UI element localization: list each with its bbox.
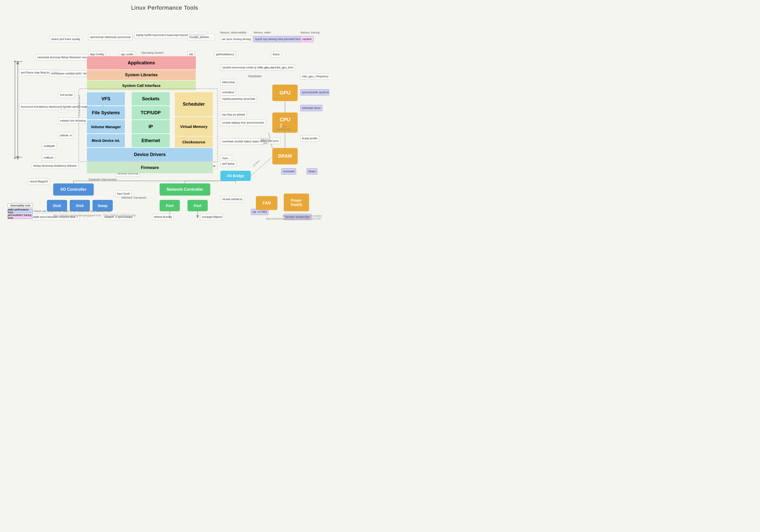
ltrace-note: ltrace	[271, 51, 281, 58]
vmstat-note: vmstat slabtop free /proc/meminfo	[220, 120, 266, 126]
ethernet-layer: Ethernet	[132, 134, 170, 147]
numastat-note: numastat	[281, 168, 296, 174]
various-tracing-label: Various, tracing:	[300, 31, 320, 34]
sockets-layer: Sockets	[132, 92, 170, 105]
mpstat-note: mpstat powertop /proc/stat	[220, 96, 257, 102]
footer-links: https://github.com/brendangregg/perf-too…	[53, 214, 137, 217]
schedtool-note: schedtool	[220, 89, 236, 95]
firmware-layer: Firmware	[87, 162, 213, 173]
legend-static-desc: these can observe the state of the syste…	[34, 210, 111, 213]
various-obs-tools: sar /proc dmesg dmesg	[220, 36, 253, 42]
virtual-memory-layer: Virtual Memory	[175, 117, 213, 136]
legend-obs-box: observability tools	[8, 203, 33, 208]
file-systems-layer: File Systems	[87, 106, 125, 119]
perf-tiptop2-note: perf tiptop	[220, 161, 236, 167]
storcli-note: storcli MegaCli	[28, 178, 50, 185]
llcstat-note: llcstat profile	[300, 135, 319, 142]
sys-path-note: /sys/...	[220, 155, 232, 161]
various-obs-label: Various, observability:	[220, 31, 247, 34]
various-static-label: Various, static:	[253, 31, 271, 34]
mdflush-note: mdflush	[42, 155, 55, 161]
cpu-interconnect-label: CPUInterconnect	[277, 125, 291, 131]
lspci-note: lspci lsusb	[115, 190, 132, 197]
multipath-note: multipath	[42, 143, 57, 149]
legend-static-item: static performance tools these can obser…	[8, 209, 111, 213]
io-bridge-box: I/O Bridge	[220, 171, 251, 181]
volume-manager-layer: Volume Manager	[87, 120, 125, 133]
gethostlatency-note: gethostlatency	[214, 51, 236, 58]
svg-marker-15	[196, 215, 199, 218]
turbostat-note: turbostat rdmsr	[300, 105, 322, 111]
legend-obs-item: observability tools	[8, 203, 111, 208]
io-bus-label: I/O Bus	[252, 159, 260, 167]
port1-box: Port	[160, 200, 180, 211]
mdadm-note: mdadm lvm dmsetup	[58, 118, 88, 124]
perf-tools-link[interactable]: https://github.com/brendangregg/perf-too…	[53, 214, 101, 217]
iovisor-link[interactable]: https://github.com/iovisor/bcc	[104, 214, 137, 217]
applications-layer: Applications	[87, 56, 196, 70]
intel-gpu-top-note: intel_gpu_top intel_gpu_time	[256, 64, 295, 71]
footer-url: http://www.brendangregg.com/linuxperf.ht…	[266, 218, 322, 220]
scheduler-layer: Scheduler	[175, 92, 213, 116]
port2-box: Port	[187, 200, 208, 211]
strace-perf-note: strace perf trace sysdig	[49, 36, 82, 42]
system-libraries-layer: System Libraries	[87, 70, 196, 80]
intel-gpu-freq-note: intel_gpu_\ frequency	[300, 73, 329, 79]
pidstat-d-note: pidstat -d	[58, 132, 73, 139]
fan-box: FAN	[256, 196, 277, 210]
block-device-layer: Block Device Int.	[87, 134, 125, 147]
power-supply-label: PowerSupply	[291, 198, 303, 207]
ethtool-note: ethtool ifconfig	[152, 214, 173, 220]
legend-perf-label: perf-tools/bcc tracing tools	[8, 214, 33, 219]
kernel-label: Linux Kernel	[77, 95, 80, 116]
nicstat-note: nicstat netstat ip	[220, 196, 244, 202]
vfs-layer: VFS	[87, 92, 125, 105]
top-htop-note: top htop ps pidstat	[220, 112, 247, 118]
os-label: Operating System	[141, 51, 164, 54]
proc-cpuinfo-note: /proc/cpuinfo cpuid lscpu	[300, 89, 329, 95]
latencytop-note: latencytop	[220, 79, 237, 85]
memory-bus-label: MemoryBus	[261, 138, 270, 145]
device-drivers-layer: Device Drivers	[87, 148, 213, 161]
power-supply-box: PowerSupply	[284, 194, 309, 211]
page-title: Linux Performance Tools	[0, 0, 329, 14]
ip-layer: IP	[132, 120, 170, 133]
lsof-pcstat-note: lsof pcstat	[58, 92, 74, 98]
legend-static-label: static performance tools	[8, 208, 33, 214]
clocksource-layer: Clocksource	[175, 136, 213, 147]
hardware-label: Hardware	[248, 74, 261, 78]
legend-static-box: static performance tools	[8, 209, 33, 213]
footer-style: style inspired by reddit.com/u/redct	[266, 215, 322, 218]
biotop-note: biotop biosnoop biolatency bitesize	[32, 163, 78, 169]
expander-label: Expander Interconnect	[89, 178, 117, 181]
net-ctrl-box: Network Controller	[160, 183, 210, 196]
various-static-tools: sysctl /sys dmesg lshw journalctl lsmod	[253, 36, 305, 42]
capable-note: capable	[300, 36, 313, 42]
io-ctrl-box: I/O Controller	[53, 183, 94, 196]
snmpget-note: snmpget lldptool	[200, 214, 224, 220]
legend-perf-box: perf-tools/bcc tracing tools	[8, 214, 33, 219]
interface-transports-label: Interface Transports	[121, 196, 146, 199]
gpu-box: GPU	[272, 85, 298, 101]
syscall-layer: System Call Interface	[87, 80, 196, 90]
dram-box: DRAM	[272, 148, 298, 165]
opensnoop-note: opensnoop statsnoop syncsnoop	[88, 34, 132, 40]
mysqld-note: mysqld_qslower, ...	[187, 34, 215, 40]
footer: style inspired by reddit.com/u/redct htt…	[266, 215, 322, 220]
legend-obs-label: observability tools	[10, 204, 30, 207]
lstopo-note: lstopo	[307, 168, 317, 174]
tcp-layer: TCP/UDP	[132, 106, 170, 119]
